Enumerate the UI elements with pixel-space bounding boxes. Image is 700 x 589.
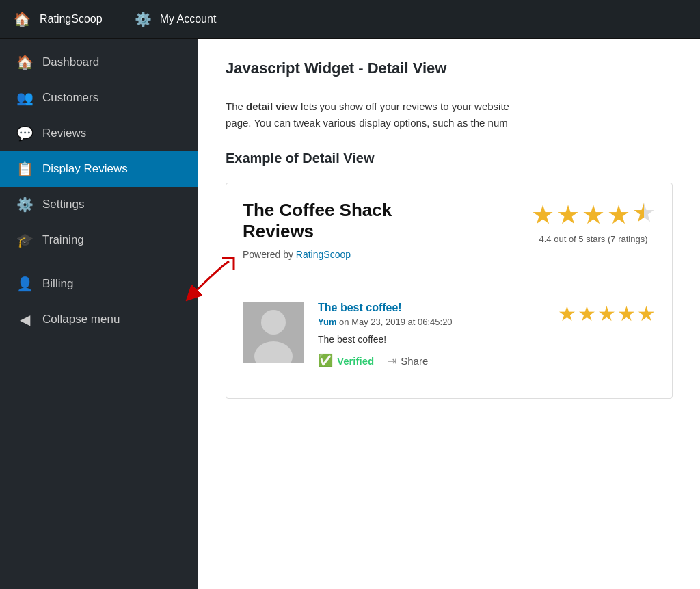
review-body: The best coffee! <box>318 334 558 345</box>
review-content: The best coffee! Yum on May 23, 2019 at … <box>318 302 656 368</box>
review-star-3: ★ <box>597 302 616 326</box>
sidebar-item-label-dashboard: Dashboard <box>42 55 99 69</box>
sidebar-item-collapse[interactable]: ◀ Collapse menu <box>0 302 198 337</box>
review-author: Yum <box>318 317 336 327</box>
review-title: The best coffee! <box>318 302 558 314</box>
verified-badge: ✅ Verified <box>318 353 374 368</box>
sidebar: 🏠 Dashboard 👥 Customers 💬 Reviews 📋 Disp… <box>0 39 198 589</box>
share-label: Share <box>401 355 428 367</box>
sidebar-item-billing[interactable]: 👤 Billing <box>0 266 198 302</box>
review-footer: ✅ Verified ⇥ Share <box>318 353 656 368</box>
widget-header: The Coffee Shack Reviews Powered by Rati… <box>243 200 656 274</box>
sidebar-item-label-billing: Billing <box>42 277 73 291</box>
topbar: 🏠 RatingScoop ⚙️ My Account <box>0 0 700 39</box>
billing-icon: 👤 <box>16 276 33 292</box>
verified-icon: ✅ <box>318 353 333 368</box>
page-title: Javascript Widget - Detail View <box>226 60 673 86</box>
review-on-text: on <box>336 317 351 327</box>
review-item: The best coffee! Yum on May 23, 2019 at … <box>243 288 656 382</box>
sidebar-separator <box>0 258 198 266</box>
content-inner: Javascript Widget - Detail View The deta… <box>198 39 700 589</box>
sidebar-item-label-customers: Customers <box>42 91 98 105</box>
brand-logo[interactable]: 🏠 RatingScoop <box>11 8 103 30</box>
training-icon: 🎓 <box>16 232 33 248</box>
rating-scoop-link[interactable]: RatingScoop <box>296 249 351 260</box>
dashboard-icon: 🏠 <box>16 54 33 70</box>
reviews-icon: 💬 <box>16 125 33 142</box>
gear-icon: ⚙️ <box>133 8 154 30</box>
review-author-date: Yum on May 23, 2019 at 06:45:20 <box>318 317 558 327</box>
description-bold: detail view <box>246 101 298 112</box>
my-account-label: My Account <box>160 13 217 25</box>
avatar <box>243 302 304 363</box>
home-icon: 🏠 <box>11 8 33 30</box>
star-1: ★ <box>531 200 554 230</box>
collapse-icon: ◀ <box>16 311 33 328</box>
avatar-svg <box>243 302 304 363</box>
review-star-1: ★ <box>558 302 576 326</box>
review-star-5: ★ <box>637 302 656 326</box>
description: The detail view lets you show off your r… <box>226 99 673 131</box>
review-star-4: ★ <box>617 302 636 326</box>
star-5-half: ★ ★ <box>632 200 656 230</box>
sidebar-item-label-training: Training <box>42 233 84 247</box>
settings-icon: ⚙️ <box>16 196 33 213</box>
share-button[interactable]: ⇥ Share <box>388 354 428 367</box>
star-2: ★ <box>556 200 580 230</box>
rating-summary: ★ ★ ★ ★ ★ ★ 4.4 out of 5 stars (7 rating… <box>531 200 656 244</box>
brand-name: RatingScoop <box>40 13 103 25</box>
sidebar-item-label-display-reviews: Display Reviews <box>42 162 128 176</box>
sidebar-item-customers[interactable]: 👥 Customers <box>0 80 198 116</box>
sidebar-item-label-reviews: Reviews <box>42 127 86 140</box>
customers-icon: 👥 <box>16 90 33 106</box>
sidebar-item-training[interactable]: 🎓 Training <box>0 222 198 258</box>
sidebar-item-settings[interactable]: ⚙️ Settings <box>0 187 198 222</box>
sidebar-item-dashboard[interactable]: 🏠 Dashboard <box>0 44 198 80</box>
sidebar-item-display-reviews[interactable]: 📋 Display Reviews <box>0 151 198 187</box>
example-title: Example of Detail View <box>226 150 673 166</box>
main-content: Javascript Widget - Detail View The deta… <box>198 39 700 589</box>
share-icon: ⇥ <box>388 354 396 367</box>
verified-label: Verified <box>337 355 374 367</box>
sidebar-item-label-collapse: Collapse menu <box>42 313 120 326</box>
widget-preview: The Coffee Shack Reviews Powered by Rati… <box>226 183 673 399</box>
stars-large: ★ ★ ★ ★ ★ ★ <box>531 200 656 230</box>
review-title-author: The best coffee! Yum on May 23, 2019 at … <box>318 302 558 353</box>
rating-text: 4.4 out of 5 stars (7 ratings) <box>531 234 656 244</box>
star-3: ★ <box>582 200 605 230</box>
review-meta: The best coffee! Yum on May 23, 2019 at … <box>318 302 656 353</box>
svg-point-2 <box>261 310 286 335</box>
star-4: ★ <box>607 200 630 230</box>
business-name: The Coffee Shack Reviews <box>243 200 392 242</box>
review-date: May 23, 2019 at 06:45:20 <box>351 317 452 327</box>
powered-by: Powered by RatingScoop <box>243 249 392 260</box>
sidebar-item-label-settings: Settings <box>42 198 84 211</box>
sidebar-item-reviews[interactable]: 💬 Reviews <box>0 116 198 151</box>
my-account-button[interactable]: ⚙️ My Account <box>133 8 217 30</box>
business-info: The Coffee Shack Reviews Powered by Rati… <box>243 200 392 260</box>
review-star-2: ★ <box>578 302 596 326</box>
display-reviews-icon: 📋 <box>16 161 33 177</box>
review-stars: ★ ★ ★ ★ ★ <box>558 302 656 326</box>
